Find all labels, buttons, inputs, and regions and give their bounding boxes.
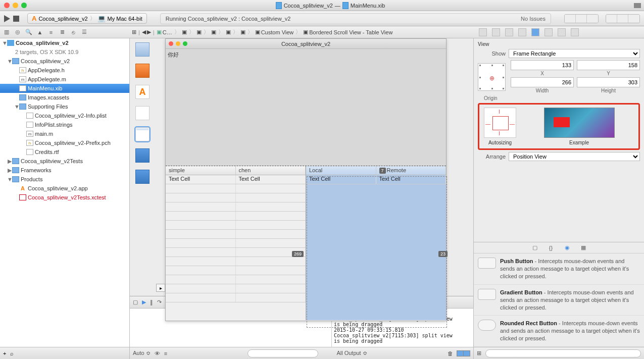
size-inspector-icon (531, 28, 539, 36)
filter-icon: ⌕ (10, 350, 14, 356)
placeholder-icon[interactable] (135, 42, 150, 57)
file-row-selected[interactable]: ▣MainMenu.xib (0, 84, 129, 93)
group-row[interactable]: ▶Frameworks (0, 166, 129, 175)
dimension-badge: 269 (292, 251, 304, 257)
media-library-icon: ▦ (579, 244, 587, 251)
main-toolbar: A Cocoa_splitview_v2 〉 💻 My Mac 64-bit R… (0, 11, 644, 26)
project-row[interactable]: ▼Cocoa_splitview_v2 (0, 38, 129, 47)
library-panel: ▢{}◉▦ Push Button - Intercepts mouse-dow… (474, 242, 644, 359)
variables-filter[interactable] (247, 349, 318, 357)
library-tabs[interactable]: ▢{}◉▦ (474, 242, 644, 253)
group-row[interactable]: ▼Cocoa_splitview_v2 (0, 57, 129, 66)
identity-inspector-icon (505, 28, 513, 36)
autosizing-example (544, 108, 615, 138)
app-icon: A (32, 15, 36, 22)
title-doc1: Cocoa_splitview_v2 (284, 3, 333, 9)
object-library-icon: ◉ (563, 244, 571, 251)
title-doc2: MainMenu.xib (351, 3, 385, 9)
first-responder-icon[interactable] (135, 64, 150, 78)
view-segmented[interactable] (606, 14, 640, 23)
application-icon[interactable]: A (135, 85, 150, 99)
library-item[interactable]: Gradient Button - Intercepts mouse-down … (474, 285, 644, 316)
x-field[interactable] (511, 60, 574, 70)
show-select[interactable]: Frame Rectangle (509, 49, 640, 58)
traffic-lights (0, 3, 27, 8)
hide-debug-icon[interactable]: ▢ (133, 299, 138, 305)
group-row[interactable]: ▶Cocoa_splitview_v2Tests (0, 157, 129, 166)
gradient-button-thumb (478, 289, 496, 300)
project-navigator-icon: ▥ (3, 29, 10, 36)
stop-button[interactable] (13, 16, 19, 22)
library-item[interactable]: Rounded Rect Button - Intercepts mouse-d… (474, 316, 644, 347)
editor-mode-segmented[interactable] (564, 14, 599, 23)
origin-control[interactable]: ⊕ (478, 63, 506, 91)
file-row[interactable]: Cocoa_splitview_v2Tests.xctest (0, 193, 129, 202)
step-over-icon[interactable]: ↷ (157, 299, 162, 305)
pause-icon[interactable]: ‖ (150, 299, 153, 305)
project-navigator: ▼Cocoa_splitview_v2 2 targets, OS X SDK … (0, 38, 130, 359)
output-popup[interactable]: All Output ≎ (336, 350, 367, 356)
autosizing-control[interactable]: I——I (484, 108, 516, 138)
autosizing-section: I——I Autosizing Example (478, 103, 640, 150)
scheme-selector[interactable]: A Cocoa_splitview_v2 〉 💻 My Mac 64-bit (27, 13, 147, 24)
window-titlebar: Cocoa_splitview_v2 — MainMenu.xib (0, 0, 644, 11)
menu-icon[interactable] (135, 106, 150, 120)
document-outline-toggle[interactable]: ▸ (156, 284, 165, 292)
push-button-thumb (478, 258, 496, 269)
width-field[interactable] (511, 77, 574, 87)
group-row[interactable]: ▼Products (0, 175, 129, 184)
continue-icon[interactable]: ▶ (142, 299, 146, 305)
minimize-icon[interactable] (13, 3, 18, 8)
file-row[interactable]: Cocoa_splitview_v2-Info.plist (0, 111, 129, 120)
fullscreen-icon[interactable] (634, 3, 641, 8)
arrange-select[interactable]: Position View (509, 152, 640, 161)
rounded-button-thumb (478, 320, 496, 331)
trash-icon[interactable]: 🗑 (448, 350, 453, 356)
quickhelp-inspector-icon (492, 28, 500, 36)
file-row[interactable]: ACocoa_splitview_v2.app (0, 184, 129, 193)
group-row[interactable]: ▼Supporting Files (0, 102, 129, 111)
object-icon[interactable] (135, 170, 150, 184)
inspector-tabs[interactable] (474, 28, 644, 36)
object-icon[interactable] (135, 148, 150, 163)
height-field[interactable] (577, 77, 640, 87)
document-icon (342, 2, 349, 9)
file-row[interactable]: hAppDelegate.h (0, 66, 129, 75)
utilities-panel: View Show Frame Rectangle ⊕ X Y Width He… (474, 38, 644, 359)
run-button[interactable] (4, 15, 10, 22)
ib-window[interactable]: Cocoa_splitview_v2 你好 simplechen Text Ce… (165, 38, 447, 321)
ib-dock[interactable]: A (130, 38, 155, 296)
ib-canvas[interactable]: Cocoa_splitview_v2 你好 simplechen Text Ce… (155, 38, 473, 296)
table-right-selected[interactable]: Local7Remote Text CellText Cell (306, 166, 446, 320)
debug-view-segmented[interactable] (457, 350, 470, 356)
file-template-icon: ▢ (531, 244, 539, 251)
table-left[interactable]: simplechen Text CellText Cell (166, 166, 306, 320)
dimension-badge: 23 (438, 251, 448, 257)
file-row[interactable]: mAppDelegate.m (0, 75, 129, 84)
file-row[interactable]: Credits.rtf (0, 147, 129, 157)
auto-popup[interactable]: Auto ≎ (133, 350, 151, 356)
window-icon[interactable] (135, 127, 150, 141)
library-filter[interactable] (485, 349, 641, 357)
file-row[interactable]: Images.xcassets (0, 93, 129, 102)
file-row[interactable]: InfoPlist.strings (0, 120, 129, 129)
add-icon[interactable]: + (3, 350, 6, 356)
library-item[interactable]: Push Button - Intercepts mouse-down even… (474, 253, 644, 285)
document-icon (276, 2, 282, 9)
custom-view-top[interactable]: 你好 (166, 49, 446, 166)
grid-view-icon[interactable]: ⊞ (477, 350, 481, 356)
activity-viewer[interactable]: Running Cocoa_splitview_v2 : Cocoa_split… (160, 13, 551, 24)
file-inspector-icon (479, 28, 487, 36)
effects-inspector-icon (571, 28, 579, 36)
close-icon[interactable] (4, 3, 10, 8)
y-field[interactable] (577, 60, 640, 70)
navigator-filter[interactable]: + ⌕ (0, 347, 129, 359)
zoom-icon[interactable] (21, 3, 27, 8)
jump-bar[interactable]: ⊞|◀▶| ▣C…〉 ▣〉▣〉▣〉 ▣〉▣〉▣ Custom View〉 ▣Bo… (130, 28, 474, 36)
code-snippet-icon: {} (547, 244, 555, 251)
file-row[interactable]: mmain.m (0, 129, 129, 138)
file-row[interactable]: hCocoa_splitview_v2-Prefix.pch (0, 138, 129, 147)
attributes-inspector-icon (518, 28, 526, 36)
bindings-inspector-icon (558, 28, 566, 36)
navigator-tabs[interactable]: ▥◎🔍▲≡≣⎋☰ (0, 29, 130, 36)
